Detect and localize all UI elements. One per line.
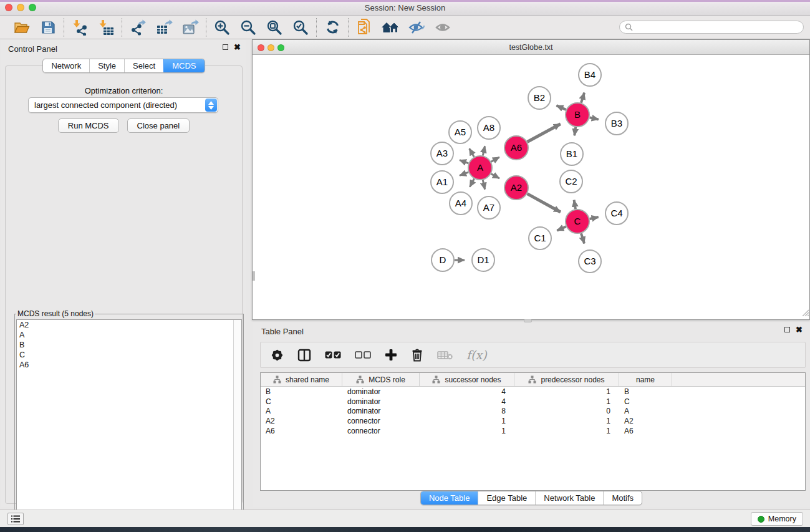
tab-select[interactable]: Select: [124, 59, 163, 72]
deselect-all-icon[interactable]: [355, 351, 371, 359]
optimization-dropdown[interactable]: largest connected component (directed): [28, 97, 218, 113]
table-cell: B: [261, 387, 342, 396]
search-input[interactable]: [636, 23, 798, 32]
graph-edge-B-B2[interactable]: [556, 105, 566, 110]
table-cell: connector: [342, 427, 420, 435]
table-row[interactable]: A6connector11A6: [261, 426, 805, 436]
graph-edge-B-B1[interactable]: [574, 127, 576, 136]
column-header-shared-name[interactable]: shared name: [261, 373, 342, 386]
add-column-icon[interactable]: [385, 349, 397, 361]
show-eye-icon[interactable]: [433, 18, 453, 37]
zoom-in-icon[interactable]: [212, 18, 232, 37]
result-scrollbar[interactable]: [233, 320, 241, 522]
import-table-file-icon[interactable]: [96, 18, 116, 37]
save-session-icon[interactable]: [38, 18, 58, 37]
memory-button[interactable]: Memory: [751, 512, 803, 526]
graph-edge-C-C3[interactable]: [581, 233, 584, 243]
settings-gear-icon[interactable]: [271, 349, 284, 362]
graph-edge-B-B3[interactable]: [590, 117, 599, 119]
refresh-icon[interactable]: [322, 18, 342, 37]
tab-network-table[interactable]: Network Table: [535, 491, 603, 505]
table-cell: A2: [619, 417, 672, 425]
attribute-tree-icon: [356, 375, 364, 384]
export-table-icon[interactable]: [154, 18, 174, 37]
tab-network[interactable]: Network: [43, 59, 89, 72]
column-header-name[interactable]: name: [619, 373, 672, 386]
zoom-out-icon[interactable]: [238, 18, 258, 37]
tab-mcds[interactable]: MCDS: [163, 59, 204, 72]
graph-edge-C-C2[interactable]: [574, 200, 576, 210]
table-cell: 1: [420, 417, 514, 425]
hide-selected-eye-slash-icon[interactable]: [407, 18, 427, 37]
mcds-result-item[interactable]: B: [17, 340, 241, 350]
function-builder-icon-disabled: f(x): [466, 348, 487, 362]
export-network-icon[interactable]: [128, 18, 148, 37]
home-icon[interactable]: [380, 18, 400, 37]
table-cell: B: [619, 387, 672, 396]
graph-edge-A-A5[interactable]: [470, 148, 475, 157]
graph-node-label: B2: [534, 92, 545, 103]
table-panel-tabs: Node TableEdge TableNetwork TableMotifs: [420, 491, 642, 505]
split-columns-icon[interactable]: [297, 349, 311, 362]
window-resize-grip[interactable]: [801, 307, 809, 319]
graph-edge-A-A3[interactable]: [460, 160, 468, 163]
network-canvas[interactable]: B4B2BB3B1A5A8A6A3AA1A2C2A4A7CC4C1C3DD1: [253, 55, 809, 319]
tab-edge-table[interactable]: Edge Table: [478, 491, 535, 505]
table-cell: 1: [514, 417, 619, 425]
graph-node-label: C2: [565, 176, 577, 186]
table-float-panel-icon[interactable]: [784, 327, 790, 332]
attribute-tree-icon: [273, 375, 281, 384]
zoom-selected-icon[interactable]: [291, 18, 311, 37]
close-panel-icon[interactable]: ✖: [234, 44, 241, 50]
import-network-file-icon[interactable]: [70, 18, 90, 37]
task-history-button[interactable]: [7, 513, 24, 525]
graph-edge-A-A1[interactable]: [460, 172, 468, 175]
table-panel-title: Table Panel: [261, 327, 304, 336]
table-row[interactable]: Adominator80A: [261, 407, 805, 417]
tab-style[interactable]: Style: [89, 59, 124, 72]
graph-edge-A-A4[interactable]: [470, 179, 474, 187]
run-mcds-button[interactable]: Run MCDS: [58, 118, 119, 133]
table-row[interactable]: Bdominator41B: [261, 387, 805, 397]
mcds-result-item[interactable]: A2: [17, 320, 241, 330]
graph-edge-C-C1[interactable]: [557, 226, 566, 230]
mcds-result-item[interactable]: A6: [17, 360, 241, 370]
graph-edge-B-B4[interactable]: [581, 93, 584, 103]
graph-edge-A-A2[interactable]: [491, 174, 499, 178]
graph-edge-A-A7[interactable]: [483, 180, 485, 190]
table-close-panel-icon[interactable]: ✖: [796, 327, 803, 332]
table-row[interactable]: A2connector11A2: [261, 416, 805, 426]
select-all-icon[interactable]: [325, 351, 341, 359]
column-header-predecessor-nodes[interactable]: predecessor nodes: [514, 373, 619, 386]
graph-edge-A6-B[interactable]: [528, 124, 561, 142]
graph-node-label: C: [574, 216, 581, 226]
tab-motifs[interactable]: Motifs: [603, 491, 642, 505]
mcds-result-list[interactable]: A2ABCA6: [16, 319, 242, 523]
table-row[interactable]: Cdominator41C: [261, 397, 805, 407]
close-panel-button[interactable]: Close panel: [127, 118, 190, 133]
search-field[interactable]: [619, 21, 804, 34]
graph-edge-A-A6[interactable]: [491, 157, 499, 162]
tab-node-table[interactable]: Node Table: [421, 491, 478, 505]
table-cell: C: [261, 397, 342, 406]
mcds-result-item[interactable]: C: [17, 350, 241, 360]
clone-network-icon[interactable]: [354, 18, 374, 37]
control-panel-title: Control Panel: [8, 44, 57, 54]
graph-edge-A2-C[interactable]: [528, 194, 561, 212]
window-title: Session: New Session: [0, 3, 810, 12]
graph-edge-C-C4[interactable]: [590, 217, 599, 219]
column-header-mcds-role[interactable]: MCDS role: [342, 373, 420, 386]
export-image-icon[interactable]: [180, 18, 200, 37]
open-session-icon[interactable]: [12, 18, 32, 37]
node-table[interactable]: shared name MCDS role successor nodes pr…: [260, 372, 806, 491]
control-panel: Control Panel ✖ Optimization criterion: …: [1, 40, 246, 507]
graph-edge-A-A8[interactable]: [483, 146, 485, 155]
delete-column-trash-icon[interactable]: [411, 348, 423, 362]
column-header-successor-nodes[interactable]: successor nodes: [420, 373, 514, 386]
mcds-result-item[interactable]: A: [17, 330, 241, 340]
table-cell: 0: [514, 407, 619, 415]
canvas-scroll-thumb[interactable]: [253, 271, 255, 281]
zoom-fit-icon[interactable]: [264, 18, 284, 37]
float-panel-icon[interactable]: [223, 44, 228, 50]
network-graph[interactable]: B4B2BB3B1A5A8A6A3AA1A2C2A4A7CC4C1C3DD1: [253, 55, 809, 319]
